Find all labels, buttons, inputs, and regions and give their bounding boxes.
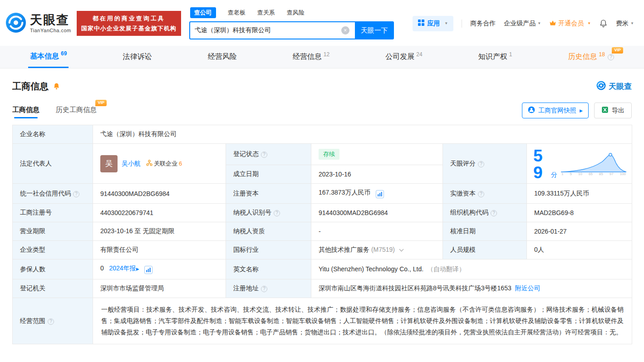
status-badge: 存续 [319, 149, 339, 160]
business-scope-value: 一般经营项目：技术服务、技术开发、技术咨询、技术交流、技术转让、技术推广；数据处… [93, 298, 632, 344]
search-button[interactable]: 天眼一下 [355, 21, 394, 39]
search-tab-risk[interactable]: 查风险 [287, 9, 305, 17]
tick-label: 10 [578, 172, 582, 176]
chevron-down-icon[interactable] [399, 247, 403, 252]
annual-report-link[interactable]: 2024年报▶ [109, 264, 139, 272]
subtab-history-label: 历史工商信息 [56, 106, 97, 113]
tab-intellectual-property[interactable]: 知识产权 1 [477, 46, 514, 68]
taxpayer-qual-label: 纳税人资质 [226, 222, 311, 241]
legal-rep-label: 法定代表人 [13, 144, 93, 184]
capital-compare-icon[interactable] [376, 190, 384, 198]
field-value: 2023-10-16 [319, 171, 351, 178]
enterprise-products-link[interactable]: 企业级产品 ▼ [504, 20, 541, 28]
score-value: 59 分 1 5 10 65 85 97 [527, 144, 632, 184]
field-label: 统一社会信用代码 [20, 190, 71, 197]
tick-label: 5 [570, 172, 572, 176]
english-name-value: Yitu (Shenzhen) Technology Co., Ltd. （自动… [311, 259, 632, 279]
help-icon[interactable]: ? [48, 318, 54, 325]
legal-rep-avatar[interactable]: 吴 [100, 155, 118, 172]
business-cooperation-link[interactable]: 商务合作 [470, 20, 496, 28]
nearby-companies-link[interactable]: 附近公司 [515, 284, 541, 292]
monitor-bell-icon[interactable] [53, 83, 60, 90]
approval-date-label: 核准日期 [443, 222, 527, 241]
vip-badge: VIP [95, 100, 107, 106]
table-row: 企业名称 弋途（深圳）科技有限公司 [13, 125, 632, 144]
help-icon[interactable]: ? [73, 191, 79, 197]
tick-label: 1 [561, 172, 563, 176]
apps-button[interactable]: 应用 ▼ [413, 16, 453, 31]
section-actions: 工商官网快照 ▶ 导出 [522, 103, 632, 118]
help-icon[interactable]: ? [261, 152, 267, 158]
help-icon[interactable]: ? [491, 210, 497, 216]
brand-watermark: 天眼查 [596, 81, 632, 93]
official-snapshot-label: 工商官网快照 [538, 107, 576, 115]
help-icon[interactable]: ? [261, 286, 267, 292]
primary-tab-bar: 基本信息 69 法律诉讼 经营风险 经营信息 12 公司发展 24 知识产权 1… [0, 46, 644, 68]
table-row: 工商注册号 440300220679741 纳税人识别号? 91440300MA… [13, 204, 632, 222]
legal-rep-name-link[interactable]: 吴小航 [122, 160, 141, 168]
company-type-label: 企业类型 [13, 241, 93, 259]
tab-history-info[interactable]: VIP 历史信息 18 ? [566, 46, 616, 68]
authority-label: 登记机关 [13, 279, 93, 298]
clear-search-icon[interactable]: × [341, 26, 349, 34]
tab-basic-info[interactable]: 基本信息 69 [28, 46, 69, 68]
help-icon[interactable]: ? [478, 161, 484, 167]
score-unit: 分 [551, 171, 557, 179]
field-value: 深圳市市场监督管理局 [100, 284, 164, 292]
field-label: 人员规模 [450, 246, 476, 253]
divider [462, 20, 462, 28]
table-row: 参保人数 0 2024年报▶ 英文名称 Yitu (Shenzhen) Tech… [13, 259, 632, 279]
subtab-business-info[interactable]: 工商信息 [12, 106, 39, 118]
tab-count: 12 [324, 51, 329, 58]
established-label: 成立日期 [226, 165, 311, 184]
established-value: 2023-10-16 [311, 165, 443, 184]
table-row: 登记机关 深圳市市场监督管理局 注册地址? 深圳市南山区粤海街道科技园社区科苑路… [13, 279, 632, 298]
field-label: 工商注册号 [20, 209, 52, 216]
search-tab-company[interactable]: 查公司 [190, 7, 216, 18]
field-label: 成立日期 [233, 170, 259, 177]
person-badge-icon [528, 106, 535, 115]
export-button[interactable]: 导出 [594, 103, 632, 118]
tab-legal-litigation[interactable]: 法律诉讼 [121, 46, 154, 68]
search-area: 查公司 查老板 查关系 查风险 × 天眼一下 [189, 7, 394, 39]
banner-line-2: 国家中小企业发展子基金旗下机构 [81, 24, 177, 33]
related-companies-link[interactable]: 关联企业 6 [146, 160, 182, 168]
search-input[interactable] [189, 21, 355, 39]
tianyancha-logo[interactable]: 天眼查 TianYanCha.com [5, 12, 71, 35]
field-label: 登记状态 [233, 150, 259, 157]
tab-operation-info[interactable]: 经营信息 12 [291, 46, 331, 68]
official-snapshot-button[interactable]: 工商官网快照 ▶ [522, 103, 589, 118]
open-vip-link[interactable]: 开通会员 ▼ [549, 20, 591, 28]
search-tab-boss[interactable]: 查老板 [228, 9, 246, 17]
insured-value: 0 2024年报▶ [93, 259, 226, 279]
notification-bell-icon[interactable] [599, 19, 608, 28]
org-code-label: 组织机构代码? [443, 204, 527, 222]
tick-label: 65 [589, 172, 593, 176]
staff-size-value: 0人 [527, 241, 632, 259]
subtab-bar: 工商信息 VIP 历史工商信息 工商官网快照 ▶ 导出 [12, 103, 632, 118]
tab-company-development[interactable]: 公司发展 24 [383, 46, 424, 68]
industry-value: 其他技术推广服务 (M7519) [311, 241, 443, 259]
tab-label: 公司发展 [385, 52, 414, 62]
insured-trend-icon[interactable] [144, 266, 152, 274]
paid-capital-label: 实缴资本? [443, 184, 527, 204]
reg-no-label: 工商注册号 [13, 204, 93, 222]
subtab-history-business-info[interactable]: VIP 历史工商信息 [56, 106, 97, 118]
tab-operation-risk[interactable]: 经营风险 [206, 46, 239, 68]
help-icon[interactable]: ? [274, 210, 280, 216]
field-value: - [319, 228, 321, 235]
top-right-nav: 应用 ▼ 商务合作 企业级产品 ▼ 开通会员 ▼ 费米 ▼ [413, 16, 634, 31]
help-icon[interactable]: ? [608, 54, 614, 60]
tick-label: 100 [620, 172, 626, 176]
crown-icon [549, 20, 556, 27]
taxpayer-no-label: 纳税人识别号? [226, 204, 311, 222]
field-value: 2023-10-16 至 无固定期限 [100, 227, 174, 235]
search-tab-relation[interactable]: 查关系 [257, 9, 275, 17]
help-icon[interactable]: ? [478, 191, 484, 197]
tick-label: 97 [610, 172, 614, 176]
user-menu[interactable]: 费米 ▼ [616, 20, 634, 28]
company-name-value: 弋途（深圳）科技有限公司 [93, 125, 632, 144]
industry-label: 国标行业 [226, 241, 311, 259]
field-value: 其他技术推广服务 [319, 246, 369, 253]
field-value: 109.33115万人民币 [534, 190, 589, 197]
